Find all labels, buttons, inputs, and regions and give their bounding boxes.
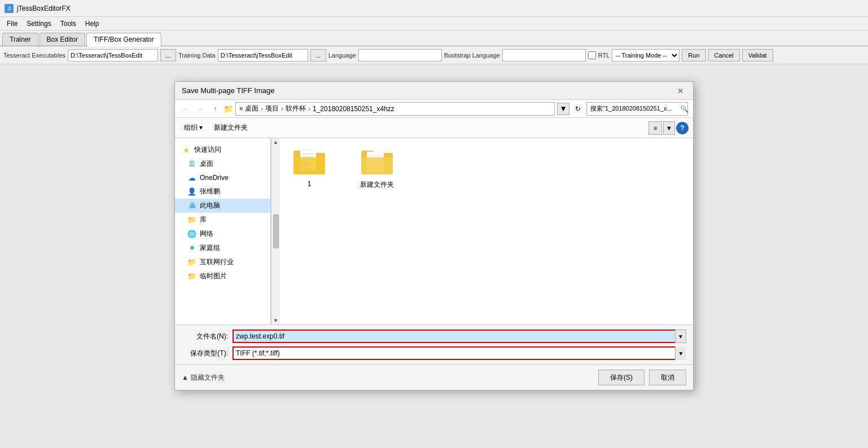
sidebar-item-temp-images[interactable]: 📁 临时图片	[175, 269, 270, 283]
sidebar-label-temp: 临时图片	[200, 271, 227, 281]
training-data-label: Training Data	[178, 52, 216, 59]
dialog-files: 1	[280, 138, 693, 324]
file-item-1[interactable]: 1	[287, 145, 332, 190]
rtl-checkbox[interactable]	[588, 51, 596, 59]
cancel-button[interactable]: Cancel	[708, 49, 740, 62]
menu-help[interactable]: Help	[81, 19, 104, 29]
help-button[interactable]: ?	[676, 122, 689, 134]
sidebar-label-network: 网络	[200, 229, 213, 239]
dialog-footer: ▲ 隐藏文件夹 保存(S) 取消	[175, 364, 693, 390]
filename-input-wrap: ▼	[233, 330, 686, 343]
dialog-bottom: 文件名(N): ▼ 保存类型(T): ▼	[175, 324, 693, 364]
language-input[interactable]	[358, 49, 442, 62]
tab-bar: Trainer Box Editor TIFF/Box Generator	[0, 30, 868, 46]
filename-dropdown-button[interactable]: ▼	[675, 330, 686, 343]
sidebar-label-zhangweipeng: 张维鹏	[200, 187, 220, 196]
path-part-4: 1_20180208150251_x4hzz	[313, 105, 394, 113]
browse-data-button[interactable]: ...	[310, 49, 326, 62]
rtl-label: RTL	[598, 52, 610, 59]
path-part-1: « 桌面	[239, 104, 258, 113]
svg-rect-8	[293, 157, 325, 174]
nav-up-button[interactable]: ↑	[209, 103, 221, 115]
tab-tiff-box-generator[interactable]: TIFF/Box Generator	[86, 33, 161, 46]
filename-label: 文件名(N):	[182, 332, 233, 341]
menu-settings[interactable]: Settings	[22, 19, 55, 29]
sidebar-item-library[interactable]: 📁 库	[175, 213, 270, 227]
menu-tools[interactable]: Tools	[56, 19, 81, 29]
filetype-label: 保存类型(T):	[182, 349, 233, 358]
nav-back-button[interactable]: ←	[179, 103, 192, 115]
sidebar-item-onedrive[interactable]: ☁ OneDrive	[175, 171, 270, 185]
save-button[interactable]: 保存(S)	[598, 370, 645, 385]
view-dropdown-button[interactable]: ▼	[663, 121, 675, 135]
filetype-dropdown-button[interactable]: ▼	[675, 346, 686, 360]
dialog-close-button[interactable]: ✕	[675, 85, 686, 96]
filename-input[interactable]	[233, 330, 686, 343]
onedrive-icon: ☁	[187, 173, 196, 182]
sidebar-item-network[interactable]: 🌐 网络	[175, 227, 270, 241]
sidebar-item-desktop[interactable]: 🖻 桌面	[175, 157, 270, 171]
nav-search-input[interactable]	[586, 102, 688, 116]
menu-file[interactable]: File	[2, 19, 22, 29]
dialog-cancel-button[interactable]: 取消	[649, 370, 686, 385]
main-area: Save Multi-page TIFF Image ✕ ← → ↑ 📁 « 桌…	[0, 64, 868, 448]
browse-exec-button[interactable]: ...	[160, 49, 176, 62]
sidebar-label-quickaccess: 快速访问	[194, 145, 221, 155]
organize-button[interactable]: 组织 ▾	[179, 121, 207, 135]
desktop-icon: 🖻	[187, 160, 196, 169]
filetype-row: 保存类型(T): ▼	[182, 346, 686, 360]
dialog-nav: ← → ↑ 📁 « 桌面 › 项目 › 软件杯 › 1_201802081502…	[175, 100, 693, 118]
dialog-titlebar: Save Multi-page TIFF Image ✕	[175, 82, 693, 100]
training-data-input[interactable]	[218, 49, 308, 62]
dialog-toolbar2: 组织 ▾ 新建文件夹 ≡ ▼ ?	[175, 118, 693, 138]
app-icon: J	[5, 4, 14, 13]
view-toggle-button[interactable]: ≡	[648, 121, 662, 135]
hide-folders-button[interactable]: ▲ 隐藏文件夹	[182, 373, 225, 383]
dialog-title: Save Multi-page TIFF Image	[182, 86, 275, 95]
sidebar-item-quickaccess[interactable]: ★ 快速访问	[175, 143, 270, 157]
tab-box-editor[interactable]: Box Editor	[40, 33, 85, 46]
path-dropdown-button[interactable]: ▼	[557, 103, 569, 115]
run-button[interactable]: Run	[682, 49, 705, 62]
person-icon: 👤	[187, 187, 196, 196]
homegroup-icon: ✷	[187, 244, 196, 253]
training-mode-select[interactable]: -- Training Mode --	[612, 49, 680, 62]
path-part-3: 软件杯	[286, 104, 306, 113]
folder-temp-icon: 📁	[187, 272, 196, 281]
sidebar-item-zhangweipeng[interactable]: 👤 张维鹏	[175, 185, 270, 199]
network-icon: 🌐	[187, 230, 196, 239]
nav-refresh-button[interactable]: ↻	[572, 103, 584, 115]
validate-button[interactable]: Validat	[742, 49, 773, 62]
computer-icon: 🖶	[187, 201, 196, 210]
tesseract-exec-input[interactable]	[68, 49, 158, 62]
footer-buttons: 保存(S) 取消	[598, 370, 686, 385]
new-folder-button[interactable]: 新建文件夹	[209, 121, 252, 135]
sidebar-item-homegroup[interactable]: ✷ 家庭组	[175, 241, 270, 255]
filetype-input[interactable]	[233, 346, 686, 360]
dialog: Save Multi-page TIFF Image ✕ ← → ↑ 📁 « 桌…	[174, 81, 694, 390]
folder-doc-icon	[292, 147, 326, 177]
sidebar-item-computer[interactable]: 🖶 此电脑	[175, 199, 270, 213]
nav-forward-button[interactable]: →	[194, 103, 207, 115]
hide-folders-icon: ▲	[182, 374, 188, 381]
path-part-2: 项目	[265, 104, 279, 113]
bootstrap-lang-label: Bootstrap Language	[444, 52, 500, 59]
svg-rect-16	[361, 157, 393, 174]
language-label: Language	[328, 52, 356, 59]
sidebar-label-homegroup: 家庭组	[200, 243, 220, 253]
search-icon: 🔍	[680, 105, 689, 113]
tab-trainer[interactable]: Trainer	[2, 33, 38, 46]
nav-path-content: « 桌面 › 项目 › 软件杯 › 1_20180208150251_x4hzz	[239, 104, 394, 113]
hide-folders-label: 隐藏文件夹	[191, 373, 225, 383]
sidebar-scrollbar[interactable]: ▲ ▼	[271, 138, 280, 324]
sidebar-label-onedrive: OneDrive	[200, 174, 229, 182]
app-title: jTessBoxEditorFX	[17, 5, 71, 12]
toolbar: Tesseract Executables ... Training Data …	[0, 46, 868, 64]
nav-path[interactable]: « 桌面 › 项目 › 软件杯 › 1_20180208150251_x4hzz	[235, 102, 555, 116]
bootstrap-lang-input[interactable]	[502, 49, 586, 62]
dialog-sidebar: ★ 快速访问 🖻 桌面 ☁ OneDrive 👤 张维鹏	[175, 138, 271, 324]
folder-internet-icon: 📁	[187, 258, 196, 267]
files-container: ▲ ▼	[271, 138, 693, 324]
file-item-2[interactable]: 新建文件夹	[354, 145, 400, 192]
sidebar-item-internet[interactable]: 📁 互联网行业	[175, 255, 270, 269]
